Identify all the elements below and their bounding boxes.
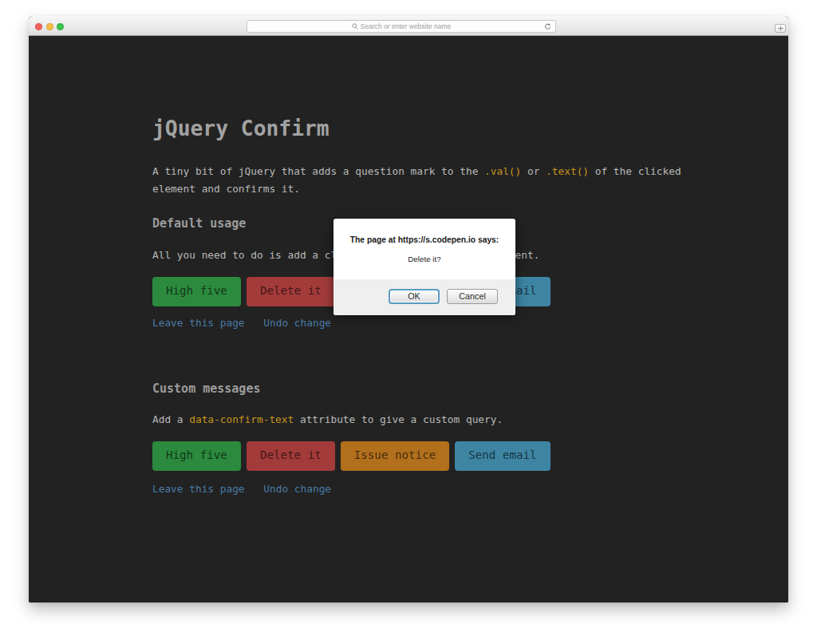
page-title: jQuery Confirm <box>152 117 330 142</box>
high-five-button-custom[interactable]: High five <box>152 441 241 471</box>
leave-this-page-link-custom[interactable]: Leave this page <box>152 483 245 495</box>
section-heading-default-usage: Default usage <box>152 216 246 231</box>
intro-paragraph: A tiny bit of jQuery that adds a questio… <box>152 163 695 198</box>
new-tab-button[interactable] <box>775 24 786 33</box>
confirm-dialog-footer: OK Cancel <box>334 279 515 315</box>
undo-change-link-custom[interactable]: Undo change <box>263 483 331 495</box>
minimize-window-button[interactable] <box>46 23 53 30</box>
section-heading-custom-messages: Custom messages <box>152 381 260 396</box>
leave-this-page-link[interactable]: Leave this page <box>152 317 245 329</box>
intro-code-text: .text() <box>546 165 589 177</box>
confirm-dialog-message: Delete it? <box>334 255 515 263</box>
reload-icon[interactable] <box>544 23 551 30</box>
send-email-button-custom[interactable]: Send email <box>455 441 550 471</box>
page-content: jQuery Confirm A tiny bit of jQuery that… <box>29 36 788 603</box>
intro-code-val: .val() <box>484 165 521 177</box>
default-usage-link-row: Leave this page Undo change <box>152 317 331 330</box>
custom-messages-description: Add a data-confirm-text attribute to giv… <box>152 411 695 429</box>
ok-button[interactable]: OK <box>389 289 440 304</box>
custom-text-pre: Add a <box>152 413 189 425</box>
custom-code: data-confirm-text <box>189 413 294 425</box>
undo-change-link[interactable]: Undo change <box>263 317 331 329</box>
custom-messages-button-row: High five Delete it Issue notice Send em… <box>152 441 551 471</box>
intro-text: A tiny bit of jQuery that adds a questio… <box>152 165 484 177</box>
browser-window: Search or enter website name jQuery Conf… <box>29 16 788 603</box>
custom-text-post: attribute to give a custom query. <box>294 413 503 425</box>
confirm-dialog-title: The page at https://s.codepen.io says: <box>334 235 515 244</box>
confirm-dialog: The page at https://s.codepen.io says: D… <box>334 219 515 315</box>
search-icon <box>352 23 358 30</box>
intro-text-mid: or <box>521 165 546 177</box>
zoom-window-button[interactable] <box>57 23 64 30</box>
delete-it-button[interactable]: Delete it <box>247 277 335 306</box>
close-window-button[interactable] <box>35 23 42 30</box>
delete-it-button-custom[interactable]: Delete it <box>247 441 335 471</box>
address-bar-placeholder: Search or enter website name <box>361 22 451 30</box>
plus-icon <box>778 26 783 31</box>
issue-notice-button-custom[interactable]: Issue notice <box>341 441 450 471</box>
custom-messages-link-row: Leave this page Undo change <box>152 483 331 496</box>
address-bar[interactable]: Search or enter website name <box>247 20 556 33</box>
cancel-button[interactable]: Cancel <box>447 289 498 304</box>
high-five-button[interactable]: High five <box>152 277 241 306</box>
browser-titlebar: Search or enter website name <box>29 16 788 36</box>
